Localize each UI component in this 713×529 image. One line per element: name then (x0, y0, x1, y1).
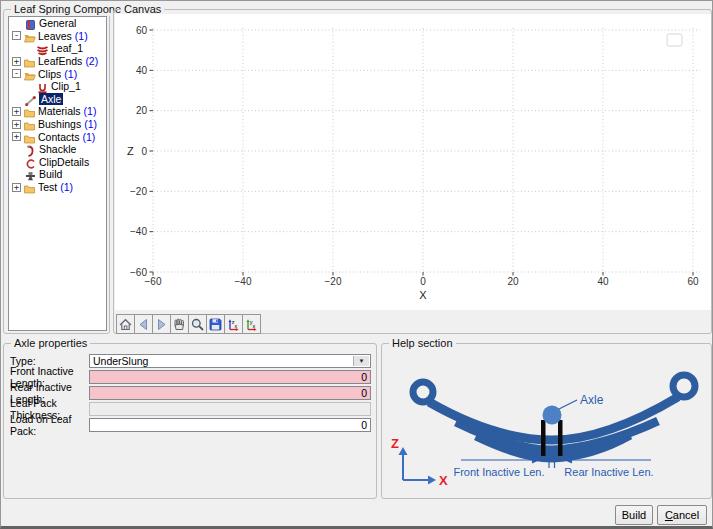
tree-item-axle[interactable]: Axle (9, 93, 106, 106)
folder-icon (23, 105, 36, 117)
cancel-button[interactable]: Cancel (657, 505, 707, 525)
tree-item-label[interactable]: Leaf_1 (51, 42, 83, 54)
zoom-button[interactable] (188, 314, 207, 334)
tree-item-label[interactable]: Leaves (38, 30, 72, 42)
plot-toolbar: zxyx (116, 314, 260, 334)
help-groupbox: Help section Axle Front Inac (381, 343, 712, 499)
forward-button[interactable] (152, 314, 171, 334)
tree-item-bushings[interactable]: +Bushings(1) (9, 118, 106, 131)
plot-canvas[interactable]: −60−40−200204060−60−40−200204060ZX (115, 14, 711, 310)
tree-item-general[interactable]: General (9, 17, 106, 30)
expand-plus-icon[interactable]: + (12, 57, 21, 66)
svg-text:20: 20 (507, 276, 519, 287)
view-zx-button[interactable]: zx (224, 314, 243, 334)
component-tree[interactable]: General-Leaves(1)Leaf_1+LeafEnds(2)-Clip… (8, 16, 107, 331)
tree-item-label[interactable]: Shackle (39, 143, 76, 155)
plot-tick-labels: −60−40−200204060−60−40−200204060 (130, 25, 699, 288)
tree-item-label[interactable]: Axle (39, 93, 63, 105)
z-axis-label: Z (391, 436, 399, 451)
axle-properties-groupbox: Axle properties Type:UnderSlung▼Front In… (3, 343, 377, 499)
svg-text:−60: −60 (130, 267, 147, 278)
tree-item-clips[interactable]: -Clips(1) (9, 67, 106, 80)
tree-item-label[interactable]: ClipDetails (39, 156, 89, 168)
back-button[interactable] (134, 314, 153, 334)
view-yx-button[interactable]: yx (242, 314, 261, 334)
zoom-magnifier-icon (190, 317, 205, 332)
plot-ylabel: Z (127, 145, 134, 157)
prop-row: Load on Leaf Pack:0 (10, 417, 371, 433)
tree-item-label[interactable]: Test (38, 181, 57, 193)
save-button[interactable] (206, 314, 225, 334)
rear-eye (673, 375, 695, 397)
tree-item-test[interactable]: +Test(1) (9, 181, 106, 194)
collapse-minus-icon[interactable]: - (12, 69, 21, 78)
tree-item-leafends[interactable]: +LeafEnds(2) (9, 55, 106, 68)
tree-item-label[interactable]: Contacts (38, 131, 79, 143)
expand-plus-icon[interactable]: + (12, 132, 21, 141)
svg-text:−40: −40 (130, 226, 147, 237)
folder-open-icon (23, 30, 36, 42)
tree-item-shackle[interactable]: Shackle (9, 143, 106, 156)
leaf-spring-help-diagram: Axle Front Inactive Len. Rear Inactive L… (383, 352, 710, 494)
tree-item-build[interactable]: Build (9, 168, 106, 181)
collapse-minus-icon[interactable]: - (12, 31, 21, 40)
tree-item-materials[interactable]: +Materials(1) (9, 105, 106, 118)
tree-groupbox: Leaf Spring Components General-Leaves(1)… (3, 9, 110, 334)
svg-text:20: 20 (136, 105, 148, 116)
svg-text:40: 40 (597, 276, 609, 287)
clip-icon (36, 80, 49, 92)
load-on-leaf-pack-field[interactable]: 0 (89, 418, 371, 432)
svg-text:−20: −20 (130, 186, 147, 197)
home-icon (118, 317, 133, 332)
tree-item-clip-1[interactable]: Clip_1 (9, 80, 106, 93)
plot-legend-box (667, 34, 682, 46)
tree-item-label[interactable]: Clips (38, 68, 61, 80)
tree-item-label[interactable]: Build (39, 168, 62, 180)
tree-item-count: (2) (85, 55, 98, 67)
plot-gridlines (150, 28, 700, 272)
forward-arrow-icon (154, 317, 169, 332)
expand-plus-icon[interactable]: + (12, 107, 21, 116)
expand-plus-icon[interactable]: + (12, 120, 21, 129)
front-eye (413, 382, 433, 402)
tree-item-label[interactable]: Materials (38, 105, 81, 117)
axle-icon (24, 93, 37, 105)
type-combo[interactable]: UnderSlung▼ (89, 354, 371, 368)
pan-button[interactable] (170, 314, 189, 334)
front-inactive-length-field[interactable]: 0 (89, 370, 371, 384)
axis-yx-icon: yx (244, 317, 259, 332)
help-section-title: Help section (389, 337, 456, 350)
build-button[interactable]: Build (615, 505, 653, 525)
tree-item-label[interactable]: LeafEnds (38, 55, 82, 67)
tree-item-count: (1) (64, 68, 77, 80)
x-axis-label: X (439, 473, 448, 488)
tree-item-count: (1) (82, 131, 95, 143)
home-button[interactable] (116, 314, 135, 334)
axle-circle (543, 406, 562, 425)
folder-icon (23, 118, 36, 130)
svg-text:60: 60 (136, 25, 148, 36)
svg-text:−60: −60 (145, 276, 162, 287)
tree-item-count: (1) (84, 105, 97, 117)
folder-icon (23, 181, 36, 193)
axis-zx-icon: zx (226, 317, 241, 332)
zx-axis-indicator: Z X (391, 436, 448, 488)
axle-properties-form: Type:UnderSlung▼Front Inactive Length:0R… (10, 353, 371, 433)
expand-plus-icon[interactable]: + (12, 183, 21, 192)
dropdown-arrow-icon[interactable]: ▼ (353, 356, 369, 366)
tree-item-leaves[interactable]: -Leaves(1) (9, 30, 106, 43)
prop-label: Load on Leaf Pack: (10, 413, 89, 437)
rear-inactive-length-field[interactable]: 0 (89, 386, 371, 400)
tree-item-label[interactable]: General (39, 17, 76, 29)
general-icon (24, 17, 37, 29)
svg-text:40: 40 (136, 65, 148, 76)
tree-item-count: (1) (60, 181, 73, 193)
folder-open-icon (23, 68, 36, 80)
tree-item-label[interactable]: Bushings (38, 118, 81, 130)
tree-item-clipdetails[interactable]: ClipDetails (9, 156, 106, 169)
tree-item-leaf-1[interactable]: Leaf_1 (9, 42, 106, 55)
tree-item-label[interactable]: Clip_1 (51, 80, 81, 92)
leaf-spring-drawing (413, 375, 695, 458)
tree-item-count: (1) (75, 30, 88, 42)
tree-item-contacts[interactable]: +Contacts(1) (9, 130, 106, 143)
